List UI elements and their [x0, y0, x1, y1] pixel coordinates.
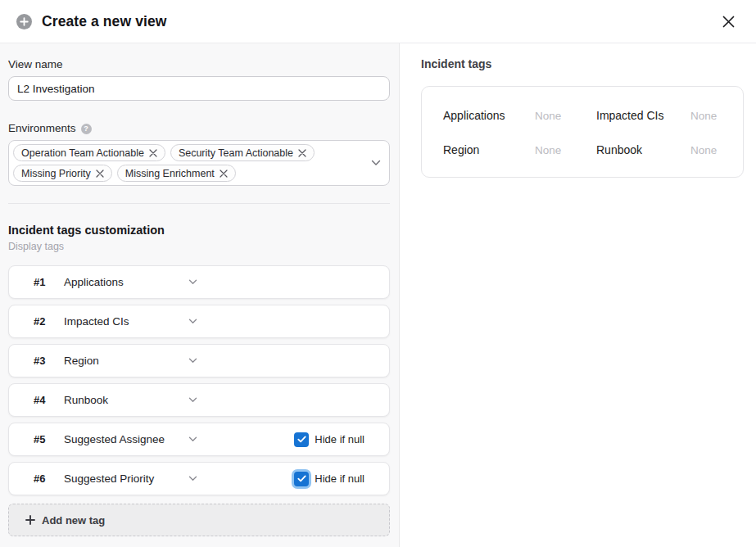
preview-card: Applications None Impacted CIs None Regi… — [421, 86, 744, 178]
hide-if-null-checkbox[interactable] — [294, 472, 309, 486]
tag-row-index: #3 — [34, 355, 64, 367]
chevron-down-icon — [188, 436, 197, 442]
view-name-label: View name — [8, 59, 390, 70]
remove-pill-icon[interactable] — [220, 170, 228, 178]
dialog-header: Create a new view — [0, 0, 756, 43]
tag-row: #4 Runbook — [8, 383, 390, 417]
tag-dropdown-value: Applications — [64, 276, 188, 288]
preview-tag-value: None — [690, 110, 728, 122]
chevron-down-icon — [188, 319, 197, 324]
customization-title: Incident tags customization — [8, 224, 390, 237]
tag-dropdown[interactable]: Runbook — [64, 394, 197, 406]
plus-icon — [25, 515, 35, 525]
dialog-body: View name Environments ? Operation Team … — [0, 43, 756, 547]
add-new-tag-button[interactable]: Add new tag — [8, 504, 390, 536]
chevron-down-icon[interactable] — [371, 160, 381, 166]
environment-pill-label: Operation Team Actionable — [21, 147, 144, 159]
preview-tag-value: None — [535, 110, 596, 122]
tag-row-index: #5 — [34, 433, 64, 445]
tag-dropdown[interactable]: Region — [64, 355, 197, 367]
dialog-title: Create a new view — [42, 13, 166, 30]
add-new-tag-label: Add new tag — [42, 514, 105, 527]
preview-panel: Incident tags Applications None Impacted… — [400, 43, 756, 547]
chevron-down-icon — [188, 358, 197, 364]
remove-pill-icon[interactable] — [149, 149, 157, 157]
preview-tag-value: None — [535, 144, 596, 156]
preview-tag-name: Runbook — [596, 143, 690, 156]
tag-dropdown[interactable]: Suggested Assignee — [64, 433, 197, 445]
environments-multiselect[interactable]: Operation Team Actionable Security Team … — [8, 140, 390, 186]
hide-if-null-label: Hide if null — [315, 472, 364, 485]
remove-pill-icon[interactable] — [96, 170, 104, 178]
tag-dropdown-value: Suggested Priority — [64, 472, 188, 485]
customization-subtitle: Display tags — [8, 241, 390, 252]
environment-pill: Missing Priority — [13, 165, 112, 182]
tag-dropdown[interactable]: Suggested Priority — [64, 472, 197, 485]
environments-label-row: Environments ? — [8, 123, 390, 134]
preview-title: Incident tags — [421, 57, 744, 70]
tag-dropdown-value: Region — [64, 355, 188, 367]
tag-row: #5 Suggested Assignee Hide if null — [8, 423, 390, 456]
remove-pill-icon[interactable] — [298, 149, 306, 157]
environments-label: Environments — [8, 123, 76, 134]
tag-row-index: #6 — [34, 472, 64, 485]
view-name-input[interactable] — [8, 76, 390, 101]
section-divider — [8, 203, 390, 204]
tag-row-index: #2 — [34, 315, 64, 328]
tag-row-index: #1 — [34, 276, 64, 288]
tag-row: #2 Impacted CIs — [8, 305, 390, 338]
hide-if-null-checkbox[interactable] — [294, 432, 309, 447]
chevron-down-icon — [188, 397, 197, 403]
plus-circle-icon — [16, 14, 32, 29]
tag-dropdown[interactable]: Applications — [64, 276, 197, 288]
chevron-down-icon — [188, 476, 197, 481]
environment-pill: Missing Enrichment — [117, 165, 236, 182]
help-icon[interactable]: ? — [81, 124, 92, 134]
tag-row-index: #4 — [34, 394, 64, 406]
tag-dropdown-value: Runbook — [64, 394, 188, 406]
preview-tag-name: Impacted CIs — [596, 109, 690, 122]
environment-pill: Operation Team Actionable — [13, 144, 165, 161]
environment-pill-label: Missing Priority — [21, 168, 91, 179]
tag-rows-list: #1 Applications #2 Impacted CIs — [8, 265, 390, 495]
preview-tag-value: None — [690, 144, 728, 156]
form-panel: View name Environments ? Operation Team … — [0, 43, 400, 547]
environment-pill: Security Team Actionable — [170, 144, 315, 161]
tag-row: #1 Applications — [8, 265, 390, 299]
tag-row: #3 Region — [8, 344, 390, 377]
environment-pill-label: Missing Enrichment — [125, 168, 215, 179]
hide-if-null-group: Hide if null — [294, 432, 364, 447]
tag-dropdown[interactable]: Impacted CIs — [64, 315, 197, 328]
tag-row: #6 Suggested Priority Hide if null — [8, 462, 390, 495]
environment-pill-label: Security Team Actionable — [179, 147, 293, 159]
tag-dropdown-value: Impacted CIs — [64, 315, 188, 328]
chevron-down-icon — [188, 279, 197, 285]
preview-tag-name: Applications — [443, 109, 535, 122]
preview-tag-name: Region — [443, 143, 535, 156]
tag-dropdown-value: Suggested Assignee — [64, 433, 188, 445]
close-icon[interactable] — [718, 11, 738, 31]
hide-if-null-label: Hide if null — [315, 433, 364, 445]
hide-if-null-group: Hide if null — [294, 472, 364, 486]
